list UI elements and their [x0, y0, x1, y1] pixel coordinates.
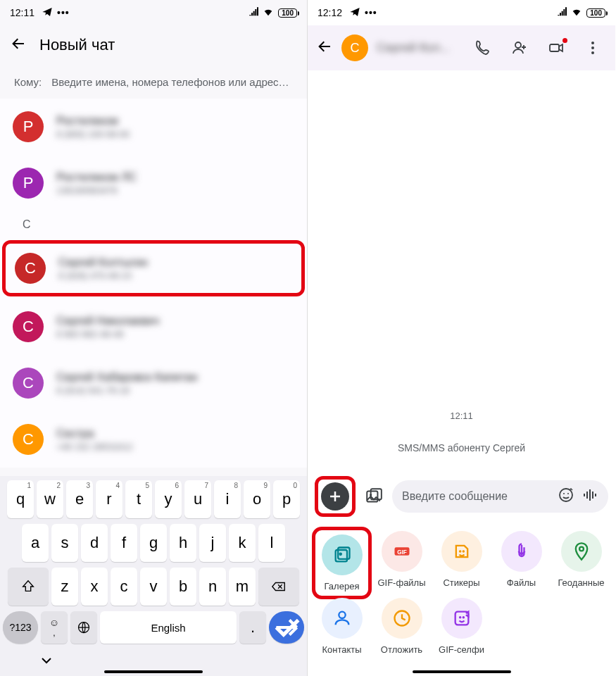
contact-row[interactable]: С Сестра +49 152 28531012 — [0, 411, 307, 468]
compose-row: Введите сообщение — [308, 472, 615, 521]
spacebar[interactable]: English — [100, 611, 237, 644]
status-time: 12:12 — [318, 7, 342, 18]
home-indicator[interactable] — [104, 670, 203, 673]
contact-sub: 8 (926) 470-49-23 — [58, 270, 148, 281]
keyboard-row-4: ?123 ☺, English . — [3, 611, 304, 644]
key-p[interactable]: p0 — [273, 480, 300, 518]
key-e[interactable]: e3 — [66, 480, 93, 518]
attach-Галерея[interactable]: Галерея — [312, 527, 372, 599]
key-k[interactable]: k — [229, 524, 256, 562]
shift-key[interactable] — [8, 568, 49, 606]
key-f[interactable]: f — [111, 524, 137, 562]
attach-icon — [441, 598, 482, 639]
key-w[interactable]: w2 — [37, 480, 63, 518]
key-i[interactable]: i8 — [214, 480, 241, 518]
key-v[interactable]: v — [140, 568, 167, 606]
key-l[interactable]: l — [258, 524, 285, 562]
contact-sub: 8 963 992-48-49 — [56, 329, 159, 339]
attach-GIF-селфи[interactable]: GIF-селфи — [433, 598, 490, 655]
chat-header: С Сергей Кол... — [308, 25, 615, 70]
attach-icon — [441, 531, 482, 572]
attach-label: Файлы — [507, 577, 536, 588]
contact-row[interactable]: Р Ростелеком 8 (800) 100-08-00 — [0, 99, 307, 155]
svg-text:GIF: GIF — [397, 549, 407, 556]
key-r[interactable]: r4 — [96, 480, 122, 518]
back-button[interactable] — [316, 38, 333, 58]
contact-sub: 8 (800) 100-08-00 — [56, 129, 130, 139]
key-h[interactable]: h — [170, 524, 196, 562]
key-z[interactable]: z — [51, 568, 78, 606]
key-u[interactable]: u7 — [184, 480, 211, 518]
attach-icon — [322, 534, 363, 575]
add-person-button[interactable] — [505, 39, 534, 56]
contact-name: Ростелеком — [56, 115, 130, 127]
key-d[interactable]: d — [81, 524, 108, 562]
key-n[interactable]: n — [199, 568, 226, 606]
attach-icon — [322, 598, 363, 639]
attach-Файлы[interactable]: Файлы — [493, 531, 550, 595]
contact-row[interactable]: С Сергей Хабаровск Капитан 8 (914) 541-7… — [0, 355, 307, 411]
key-s[interactable]: s — [51, 524, 78, 562]
chat-name[interactable]: Сергей Кол... — [377, 41, 460, 55]
keyboard-row-3: zxcvbnm — [3, 568, 304, 606]
gallery-quick-button[interactable] — [361, 484, 386, 509]
svg-point-14 — [339, 553, 341, 556]
telegram-icon — [349, 6, 360, 20]
svg-point-4 — [591, 46, 594, 49]
telegram-icon — [42, 6, 53, 20]
attach-icon: GIF — [382, 531, 422, 572]
phone-chat: 12:12 ••• 100 С Сергей Кол... 12:11 SMS/… — [308, 0, 615, 676]
home-indicator[interactable] — [413, 670, 511, 673]
attach-Отложить[interactable]: Отложить — [373, 598, 430, 655]
svg-point-10 — [563, 493, 565, 494]
key-j[interactable]: j — [199, 524, 226, 562]
video-call-button[interactable] — [542, 39, 570, 56]
contact-row-highlighted[interactable]: С Сергей Колтыгин 8 (926) 470-49-23 — [2, 240, 305, 296]
enter-key[interactable] — [269, 611, 304, 644]
menu-button[interactable] — [579, 39, 607, 56]
contact-row[interactable]: С Сергей Николаевич 8 963 992-48-49 — [0, 299, 307, 355]
back-button[interactable] — [10, 35, 27, 55]
attach-label: GIF-файлы — [377, 577, 425, 588]
battery-indicator: 100 — [278, 8, 297, 18]
emoji-key[interactable]: ☺, — [41, 611, 68, 644]
voice-icon[interactable] — [582, 487, 598, 506]
period-key[interactable]: . — [239, 611, 266, 644]
attach-icon — [382, 598, 422, 639]
svg-point-1 — [515, 42, 521, 48]
key-q[interactable]: q1 — [7, 480, 34, 518]
key-g[interactable]: g — [140, 524, 167, 562]
call-button[interactable] — [469, 39, 497, 56]
wifi-icon — [568, 6, 582, 20]
message-input[interactable]: Введите сообщение — [392, 480, 608, 513]
attach-Геоданные[interactable]: Геоданные — [553, 531, 610, 595]
attach-Контакты[interactable]: Контакты — [313, 598, 370, 655]
backspace-key[interactable] — [258, 568, 299, 606]
attach-icon — [501, 531, 542, 572]
attach-Стикеры[interactable]: Стикеры — [433, 531, 490, 595]
attach-GIF-файлы[interactable]: GIFGIF-файлы — [373, 531, 430, 595]
numbers-key[interactable]: ?123 — [3, 611, 38, 644]
language-key[interactable] — [70, 611, 97, 644]
svg-point-19 — [579, 547, 584, 551]
key-c[interactable]: c — [111, 568, 137, 606]
key-a[interactable]: a — [22, 524, 49, 562]
attach-button[interactable] — [321, 482, 349, 511]
key-y[interactable]: y6 — [155, 480, 182, 518]
key-x[interactable]: x — [81, 568, 108, 606]
key-o[interactable]: o9 — [244, 480, 270, 518]
key-t[interactable]: t5 — [125, 480, 152, 518]
to-field[interactable]: Кому: Введите имена, номера телефонов ил… — [0, 65, 307, 99]
emoji-icon[interactable] — [558, 487, 574, 506]
svg-point-23 — [459, 617, 460, 618]
status-bar: 12:12 ••• 100 — [308, 0, 615, 25]
signal-icon — [246, 6, 260, 20]
avatar: С — [13, 311, 44, 342]
key-b[interactable]: b — [170, 568, 196, 606]
sms-notice: SMS/MMS абоненту Сергей — [398, 442, 525, 453]
contact-row[interactable]: Р Ростелеком ЛС 136190563476 — [0, 155, 307, 211]
chat-avatar[interactable]: С — [341, 35, 368, 61]
keyboard-collapse[interactable] — [3, 649, 304, 669]
key-m[interactable]: m — [229, 568, 256, 606]
status-bar: 12:11 ••• 100 — [0, 0, 307, 25]
